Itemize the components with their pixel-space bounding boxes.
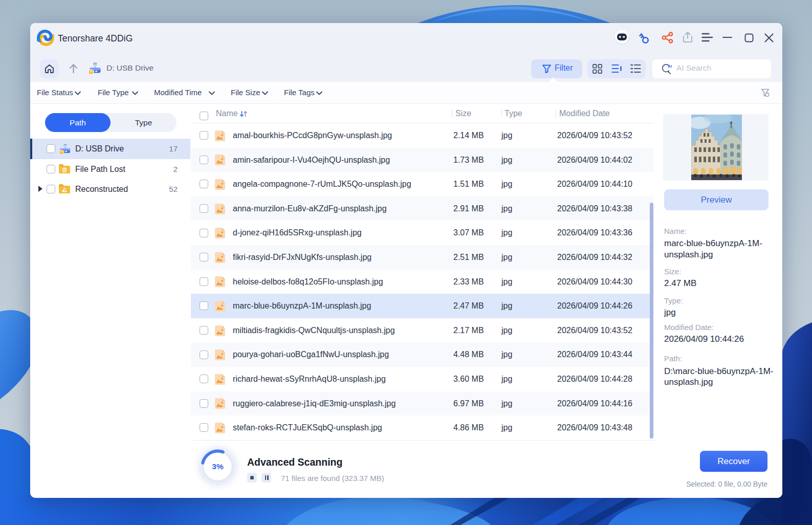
svg-text:AI: AI <box>668 64 672 69</box>
svg-text:3%: 3% <box>212 462 224 471</box>
